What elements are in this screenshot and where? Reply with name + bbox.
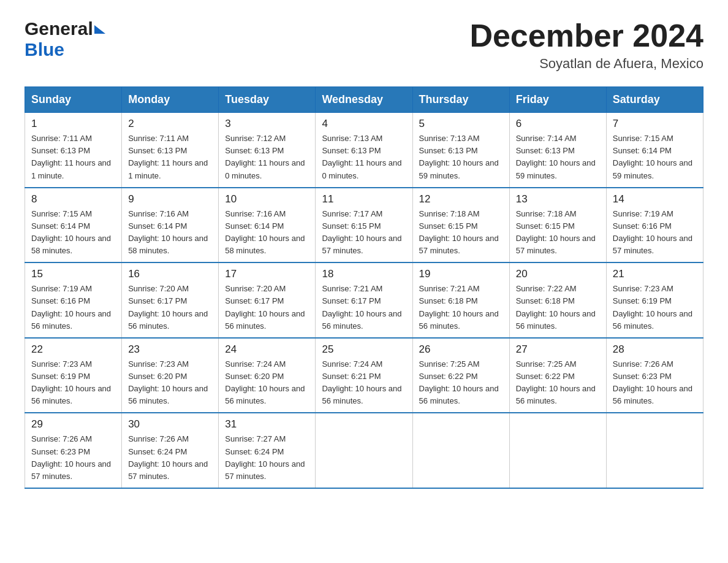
day-number: 17: [225, 268, 309, 280]
calendar-cell: 25 Sunrise: 7:24 AMSunset: 6:21 PMDaylig…: [316, 338, 412, 413]
calendar-header-row: SundayMondayTuesdayWednesdayThursdayFrid…: [25, 87, 703, 113]
day-number: 1: [31, 118, 115, 130]
calendar-week-row: 22 Sunrise: 7:23 AMSunset: 6:19 PMDaylig…: [25, 338, 703, 413]
day-info: Sunrise: 7:13 AMSunset: 6:13 PMDaylight:…: [322, 134, 401, 180]
calendar-cell: 12 Sunrise: 7:18 AMSunset: 6:15 PMDaylig…: [412, 188, 509, 263]
day-info: Sunrise: 7:20 AMSunset: 6:17 PMDaylight:…: [225, 284, 305, 330]
calendar-cell: 28 Sunrise: 7:26 AMSunset: 6:23 PMDaylig…: [606, 338, 703, 413]
day-info: Sunrise: 7:26 AMSunset: 6:23 PMDaylight:…: [613, 359, 692, 405]
day-number: 28: [613, 343, 697, 356]
day-info: Sunrise: 7:12 AMSunset: 6:13 PMDaylight:…: [225, 134, 305, 180]
day-number: 24: [225, 343, 309, 356]
day-number: 16: [128, 268, 212, 280]
day-number: 19: [419, 268, 503, 280]
month-year-title: December 2024: [469, 18, 703, 53]
logo-triangle-icon: [94, 25, 105, 34]
day-number: 5: [419, 118, 503, 130]
day-info: Sunrise: 7:25 AMSunset: 6:22 PMDaylight:…: [516, 359, 596, 405]
header-tuesday: Tuesday: [219, 87, 316, 113]
logo-general-text: General: [25, 18, 93, 39]
calendar-cell: 27 Sunrise: 7:25 AMSunset: 6:22 PMDaylig…: [509, 338, 606, 413]
header-friday: Friday: [509, 87, 606, 113]
day-info: Sunrise: 7:22 AMSunset: 6:18 PMDaylight:…: [516, 284, 596, 330]
calendar-cell: 4 Sunrise: 7:13 AMSunset: 6:13 PMDayligh…: [316, 113, 412, 188]
day-number: 20: [516, 268, 600, 280]
day-number: 27: [516, 343, 600, 356]
day-info: Sunrise: 7:15 AMSunset: 6:14 PMDaylight:…: [31, 209, 111, 255]
day-info: Sunrise: 7:25 AMSunset: 6:22 PMDaylight:…: [419, 359, 499, 405]
day-info: Sunrise: 7:21 AMSunset: 6:17 PMDaylight:…: [322, 284, 401, 330]
logo-blue-text: Blue: [25, 39, 64, 60]
logo: General Blue: [25, 18, 105, 60]
day-info: Sunrise: 7:11 AMSunset: 6:13 PMDaylight:…: [31, 134, 111, 180]
header-wednesday: Wednesday: [316, 87, 412, 113]
day-info: Sunrise: 7:11 AMSunset: 6:13 PMDaylight:…: [128, 134, 208, 180]
day-number: 12: [419, 193, 503, 205]
calendar-cell: 8 Sunrise: 7:15 AMSunset: 6:14 PMDayligh…: [25, 188, 122, 263]
day-info: Sunrise: 7:18 AMSunset: 6:15 PMDaylight:…: [516, 209, 596, 255]
day-number: 8: [31, 193, 115, 205]
calendar-cell: [509, 413, 606, 488]
day-info: Sunrise: 7:26 AMSunset: 6:23 PMDaylight:…: [31, 434, 111, 480]
day-info: Sunrise: 7:23 AMSunset: 6:19 PMDaylight:…: [613, 284, 692, 330]
title-block: December 2024 Soyatlan de Afuera, Mexico: [469, 18, 703, 72]
day-info: Sunrise: 7:24 AMSunset: 6:21 PMDaylight:…: [322, 359, 401, 405]
day-number: 4: [322, 118, 406, 130]
calendar-cell: 21 Sunrise: 7:23 AMSunset: 6:19 PMDaylig…: [606, 262, 703, 338]
day-info: Sunrise: 7:14 AMSunset: 6:13 PMDaylight:…: [516, 134, 596, 180]
calendar-cell: 11 Sunrise: 7:17 AMSunset: 6:15 PMDaylig…: [316, 188, 412, 263]
day-info: Sunrise: 7:16 AMSunset: 6:14 PMDaylight:…: [225, 209, 305, 255]
calendar-cell: 17 Sunrise: 7:20 AMSunset: 6:17 PMDaylig…: [219, 262, 316, 338]
calendar-cell: 15 Sunrise: 7:19 AMSunset: 6:16 PMDaylig…: [25, 262, 122, 338]
day-number: 25: [322, 343, 406, 356]
calendar-cell: 16 Sunrise: 7:20 AMSunset: 6:17 PMDaylig…: [122, 262, 219, 338]
day-info: Sunrise: 7:15 AMSunset: 6:14 PMDaylight:…: [613, 134, 692, 180]
calendar-cell: 13 Sunrise: 7:18 AMSunset: 6:15 PMDaylig…: [509, 188, 606, 263]
day-info: Sunrise: 7:23 AMSunset: 6:20 PMDaylight:…: [128, 359, 208, 405]
calendar-week-row: 8 Sunrise: 7:15 AMSunset: 6:14 PMDayligh…: [25, 188, 703, 263]
calendar-cell: 7 Sunrise: 7:15 AMSunset: 6:14 PMDayligh…: [606, 113, 703, 188]
calendar-cell: 26 Sunrise: 7:25 AMSunset: 6:22 PMDaylig…: [412, 338, 509, 413]
calendar-cell: [412, 413, 509, 488]
calendar-cell: 2 Sunrise: 7:11 AMSunset: 6:13 PMDayligh…: [122, 113, 219, 188]
day-number: 10: [225, 193, 309, 205]
calendar-cell: 18 Sunrise: 7:21 AMSunset: 6:17 PMDaylig…: [316, 262, 412, 338]
day-info: Sunrise: 7:19 AMSunset: 6:16 PMDaylight:…: [613, 209, 692, 255]
day-info: Sunrise: 7:23 AMSunset: 6:19 PMDaylight:…: [31, 359, 111, 405]
day-number: 22: [31, 343, 115, 356]
day-number: 18: [322, 268, 406, 280]
day-number: 3: [225, 118, 309, 130]
location-subtitle: Soyatlan de Afuera, Mexico: [469, 56, 703, 72]
calendar-cell: 20 Sunrise: 7:22 AMSunset: 6:18 PMDaylig…: [509, 262, 606, 338]
header-saturday: Saturday: [606, 87, 703, 113]
day-number: 15: [31, 268, 115, 280]
calendar-cell: 19 Sunrise: 7:21 AMSunset: 6:18 PMDaylig…: [412, 262, 509, 338]
calendar-cell: 30 Sunrise: 7:26 AMSunset: 6:24 PMDaylig…: [122, 413, 219, 488]
day-number: 13: [516, 193, 600, 205]
day-number: 23: [128, 343, 212, 356]
calendar-week-row: 15 Sunrise: 7:19 AMSunset: 6:16 PMDaylig…: [25, 262, 703, 338]
calendar-cell: 6 Sunrise: 7:14 AMSunset: 6:13 PMDayligh…: [509, 113, 606, 188]
header-thursday: Thursday: [412, 87, 509, 113]
calendar-cell: [316, 413, 412, 488]
day-number: 31: [225, 418, 309, 431]
day-info: Sunrise: 7:26 AMSunset: 6:24 PMDaylight:…: [128, 434, 208, 480]
calendar-week-row: 1 Sunrise: 7:11 AMSunset: 6:13 PMDayligh…: [25, 113, 703, 188]
calendar-cell: 24 Sunrise: 7:24 AMSunset: 6:20 PMDaylig…: [219, 338, 316, 413]
day-number: 2: [128, 118, 212, 130]
day-info: Sunrise: 7:13 AMSunset: 6:13 PMDaylight:…: [419, 134, 499, 180]
page-header: General Blue December 2024 Soyatlan de A…: [25, 18, 703, 72]
day-info: Sunrise: 7:24 AMSunset: 6:20 PMDaylight:…: [225, 359, 305, 405]
calendar-cell: 1 Sunrise: 7:11 AMSunset: 6:13 PMDayligh…: [25, 113, 122, 188]
calendar-cell: [606, 413, 703, 488]
day-number: 26: [419, 343, 503, 356]
calendar-cell: 10 Sunrise: 7:16 AMSunset: 6:14 PMDaylig…: [219, 188, 316, 263]
day-number: 14: [613, 193, 697, 205]
calendar-cell: 14 Sunrise: 7:19 AMSunset: 6:16 PMDaylig…: [606, 188, 703, 263]
calendar-cell: 5 Sunrise: 7:13 AMSunset: 6:13 PMDayligh…: [412, 113, 509, 188]
calendar-table: SundayMondayTuesdayWednesdayThursdayFrid…: [25, 86, 703, 489]
calendar-cell: 29 Sunrise: 7:26 AMSunset: 6:23 PMDaylig…: [25, 413, 122, 488]
header-sunday: Sunday: [25, 87, 122, 113]
day-number: 29: [31, 418, 115, 431]
calendar-cell: 22 Sunrise: 7:23 AMSunset: 6:19 PMDaylig…: [25, 338, 122, 413]
